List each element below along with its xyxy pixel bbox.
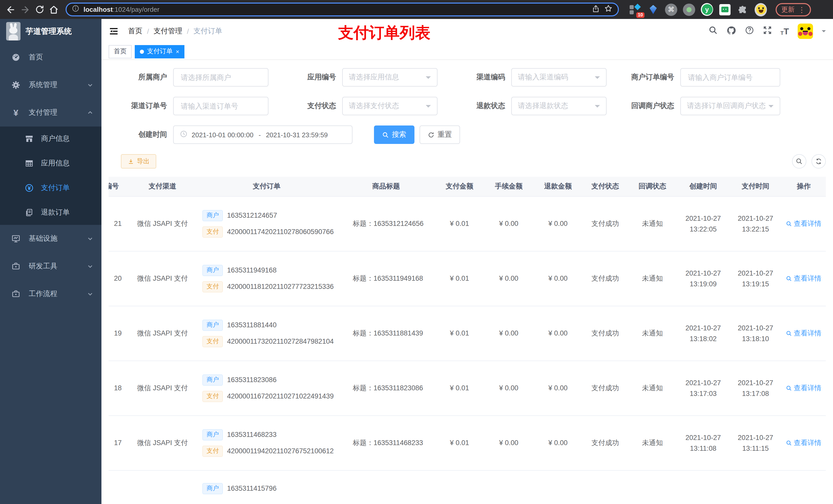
sidebar-item-dev-tools[interactable]: 研发工具: [0, 253, 101, 280]
filter-app: 应用编号 请选择应用信息: [285, 68, 437, 87]
extension-icon-1[interactable]: 10: [629, 3, 641, 16]
sidebar-item-home[interactable]: 首页: [0, 44, 101, 71]
sidebar-item-workflow[interactable]: 工作流程: [0, 280, 101, 308]
chevron-down-icon: [87, 82, 93, 88]
bookmark-star-icon[interactable]: [604, 4, 613, 15]
pay-order-number: 4200001194202110276752100612: [227, 447, 334, 455]
callback-status-select[interactable]: 请选择订单回调商户状态: [680, 97, 780, 115]
refund-amount: ¥ 0.00: [548, 220, 568, 227]
screenshot-stage: localhost:1024/pay/order 10 ⌘ y: [0, 0, 833, 504]
pay-date: 2021-10-27: [730, 377, 781, 388]
search-button[interactable]: 搜索: [374, 125, 414, 144]
browser-update-button[interactable]: 更新 ⋮: [776, 3, 811, 16]
pay-status-select[interactable]: 请选择支付状态: [342, 97, 437, 115]
extension-badge: 10: [636, 12, 644, 18]
sidebar-item-label: 支付订单: [41, 183, 70, 193]
breadcrumb-pay-mgmt[interactable]: 支付管理: [154, 27, 182, 36]
extension-icon-y[interactable]: y: [701, 3, 713, 16]
view-detail-link[interactable]: 查看详情: [786, 274, 822, 283]
browser-menu-icon[interactable]: ⋮: [798, 5, 805, 14]
sidebar-item-merchant-info[interactable]: 商户信息: [0, 126, 101, 151]
filter-label: 支付状态: [285, 101, 342, 111]
app-select[interactable]: 请选择应用信息: [342, 68, 437, 87]
merchant-input[interactable]: [180, 73, 262, 82]
extension-icon-chat[interactable]: [719, 3, 731, 16]
pay-status: 支付成功: [592, 384, 619, 391]
magnifier-icon: [786, 275, 792, 282]
order-id: 18: [114, 384, 122, 392]
tab-pay-order[interactable]: 支付订单 ×: [135, 45, 185, 58]
view-detail-link[interactable]: 查看详情: [786, 219, 822, 228]
sidebar-item-label: 商户信息: [41, 134, 70, 143]
user-caret-icon[interactable]: [822, 30, 826, 34]
browser-forward-icon[interactable]: [20, 4, 31, 15]
app-logo[interactable]: 芋道管理系统: [0, 19, 101, 44]
fee-amount: ¥ 0.00: [499, 439, 519, 447]
user-avatar[interactable]: [798, 24, 813, 39]
pay-amount: ¥ 0.01: [450, 384, 469, 392]
browser-back-icon[interactable]: [5, 4, 16, 15]
share-icon[interactable]: [592, 4, 600, 15]
extension-icon-command[interactable]: ⌘: [665, 3, 677, 16]
browser-home-icon[interactable]: [48, 4, 60, 15]
sidebar-item-app-info[interactable]: 应用信息: [0, 151, 101, 176]
channel-code-select[interactable]: 请输入渠道编码: [511, 68, 606, 87]
refund-amount: ¥ 0.00: [548, 384, 568, 392]
app-title: 芋道管理系统: [26, 26, 72, 36]
filter-label: 渠道订单号: [116, 101, 173, 111]
date-range-picker[interactable]: 2021-10-01 00:00:00 - 2021-10-31 23:59:5…: [173, 125, 353, 144]
sidebar-item-pay-order[interactable]: 支付订单: [0, 176, 101, 200]
monitor-chart-icon: [11, 234, 21, 243]
breadcrumb-home[interactable]: 首页: [128, 27, 142, 36]
payment-submenu: 商户信息 应用信息 支付订单: [0, 126, 101, 225]
sidebar-item-system[interactable]: 系统管理: [0, 71, 101, 99]
order-table-body: 21 微信 JSAPI 支付 商户 1635312124657 支付 42: [109, 196, 826, 504]
pay-time: 13:22:15: [730, 223, 781, 234]
merchant-order-no-input[interactable]: [687, 73, 774, 82]
browser-reload-icon[interactable]: [34, 4, 45, 15]
view-detail-link[interactable]: 查看详情: [786, 383, 822, 392]
sidebar-item-payment[interactable]: ¥ 支付管理: [0, 99, 101, 126]
filter-channel-code: 渠道编码 请输入渠道编码: [454, 68, 606, 87]
magnifier-icon: [786, 330, 792, 336]
app-navbar: 首页 / 支付管理 / 支付订单 支付订单列表: [101, 19, 833, 44]
chevron-down-icon: [87, 263, 93, 269]
fullscreen-icon[interactable]: [763, 26, 772, 37]
help-icon[interactable]: [745, 26, 754, 37]
export-button[interactable]: 导出: [121, 154, 156, 169]
reset-button[interactable]: 重置: [420, 125, 460, 144]
tab-close-icon[interactable]: ×: [176, 48, 179, 55]
sidebar-collapse-icon[interactable]: [109, 26, 120, 37]
site-info-icon[interactable]: [72, 5, 79, 14]
browser-profile-avatar[interactable]: [755, 3, 767, 16]
create-date: 2021-10-27: [677, 432, 729, 443]
chevron-up-icon: [87, 110, 93, 116]
extensions-puzzle-icon[interactable]: [737, 3, 749, 16]
pay-order-number: 4200001174202110278060590766: [227, 228, 334, 236]
refresh-table-button[interactable]: [811, 154, 826, 169]
channel-order-no-input[interactable]: [180, 101, 262, 111]
filter-pay-status: 支付状态 请选择支付状态: [285, 97, 437, 115]
sidebar-item-infrastructure[interactable]: 基础设施: [0, 225, 101, 253]
toggle-search-button[interactable]: [792, 154, 806, 169]
view-detail-link[interactable]: 查看详情: [786, 438, 822, 448]
view-detail-link[interactable]: 查看详情: [786, 329, 822, 338]
gear-icon: [11, 80, 21, 90]
tab-home[interactable]: 首页: [109, 45, 132, 58]
date-end: 2021-10-31 23:59:59: [266, 131, 328, 139]
extension-icon-2[interactable]: [647, 3, 659, 16]
search-icon[interactable]: [708, 26, 717, 37]
font-size-icon[interactable]: TT: [781, 27, 789, 35]
extension-icon-dot[interactable]: [683, 3, 695, 16]
github-icon[interactable]: [726, 25, 736, 37]
page-title-annotation: 支付订单列表: [338, 23, 430, 44]
tags-view-bar: 首页 支付订单 ×: [101, 44, 833, 60]
table-row: 20 微信 JSAPI 支付 商户 1635311949168 支付 42: [109, 251, 826, 306]
create-date: 2021-10-27: [677, 268, 729, 279]
refund-status-select[interactable]: 请选择退款状态: [511, 97, 606, 115]
date-start: 2021-10-01 00:00:00: [192, 131, 253, 139]
filter-label: 应用编号: [285, 73, 342, 82]
address-bar[interactable]: localhost:1024/pay/order: [66, 3, 619, 16]
chevron-down-icon: [87, 291, 93, 297]
sidebar-item-refund-order[interactable]: 退款订单: [0, 200, 101, 225]
